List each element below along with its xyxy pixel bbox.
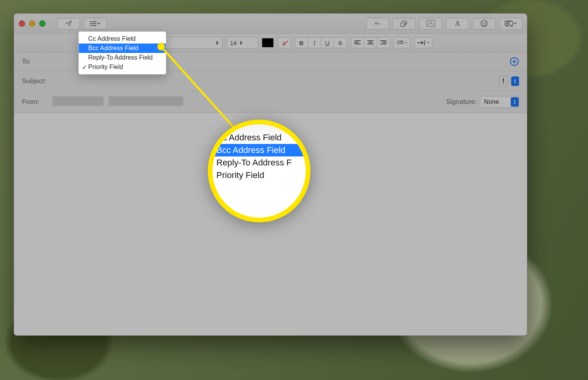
- titlebar: A: [14, 14, 527, 34]
- text-color-swatch[interactable]: [262, 38, 274, 47]
- text-style-group: B I U S: [295, 37, 347, 48]
- align-left-icon: [354, 40, 361, 45]
- chevron-down-icon: [426, 42, 430, 44]
- format-a-icon: A: [455, 20, 460, 28]
- indent-button[interactable]: [414, 37, 432, 48]
- paperplane-icon: [64, 20, 73, 27]
- dropdown-item-label: Reply-To Address Field: [88, 54, 153, 61]
- from-label: From:: [22, 98, 53, 106]
- bold-button[interactable]: B: [295, 37, 308, 48]
- bold-icon: B: [299, 40, 304, 46]
- reply-arrow-icon: [373, 20, 382, 27]
- photo-browser-button[interactable]: [499, 18, 522, 29]
- indent-icon: [417, 40, 425, 45]
- magnifier-item: Priority Field: [209, 169, 310, 182]
- svg-rect-1: [92, 21, 96, 22]
- window-minimize-button[interactable]: [29, 20, 35, 27]
- subject-label: Subject:: [22, 77, 53, 85]
- svg-point-4: [90, 25, 91, 26]
- from-value-redacted[interactable]: [53, 96, 183, 108]
- svg-rect-16: [399, 43, 403, 44]
- font-size-value: 14: [230, 40, 237, 46]
- strike-button[interactable]: S: [334, 37, 347, 48]
- annotation-dot: [157, 43, 165, 51]
- align-center-button[interactable]: [364, 37, 377, 48]
- window-close-button[interactable]: [19, 20, 25, 27]
- text-background-color-button[interactable]: a: [278, 37, 291, 48]
- send-button[interactable]: [57, 18, 80, 29]
- priority-indicator[interactable]: !: [499, 76, 508, 86]
- svg-point-13: [397, 41, 398, 42]
- window-zoom-button[interactable]: [39, 20, 45, 27]
- signature-select[interactable]: None ▲▼: [480, 96, 519, 108]
- signature-value: None: [484, 98, 511, 105]
- align-right-button[interactable]: [377, 37, 390, 48]
- svg-point-0: [90, 21, 91, 22]
- chevron-down-icon: [405, 42, 408, 44]
- desktop-background: A ▲▼ 14 ▲▼ a: [0, 0, 588, 380]
- svg-point-7: [481, 20, 488, 27]
- dropdown-item-cc[interactable]: Cc Address Field: [79, 34, 166, 44]
- list-icon: [90, 21, 97, 26]
- svg-point-2: [90, 23, 91, 24]
- stepper-icon: ▲▼: [215, 40, 219, 45]
- header-fields-dropdown: Cc Address Field Bcc Address Field Reply…: [78, 31, 166, 75]
- dropdown-item-bcc[interactable]: Bcc Address Field: [79, 44, 166, 53]
- paperclip-icon: [400, 20, 408, 27]
- signature-label: Signature:: [446, 98, 477, 106]
- checkmark-icon: ✓: [82, 64, 87, 71]
- svg-point-17: [397, 45, 398, 45]
- text-align-group: [351, 37, 390, 48]
- underline-icon: U: [325, 40, 330, 46]
- svg-rect-14: [399, 41, 403, 42]
- priority-stepper[interactable]: ▲▼: [511, 76, 519, 86]
- magnifier-item: Reply-To Address F: [209, 156, 310, 169]
- to-label: To:: [22, 58, 53, 65]
- subject-input[interactable]: [53, 77, 499, 85]
- reply-button[interactable]: [366, 18, 389, 29]
- emoji-button[interactable]: [473, 18, 495, 29]
- photos-icon: [505, 20, 513, 27]
- list-style-button[interactable]: [394, 37, 410, 48]
- dropdown-item-label: Bcc Address Field: [88, 45, 138, 52]
- svg-rect-3: [92, 23, 96, 24]
- italic-icon: I: [314, 40, 316, 46]
- svg-point-9: [485, 23, 486, 24]
- from-row: From: Signature: None ▲▼: [14, 91, 527, 113]
- dropdown-item-priority[interactable]: ✓ Priority Field: [79, 62, 166, 72]
- list-indent-group: [394, 37, 410, 48]
- smiley-icon: [480, 20, 488, 27]
- markup-button[interactable]: [419, 18, 442, 29]
- attach-button[interactable]: [393, 18, 416, 29]
- underline-button[interactable]: U: [321, 37, 334, 48]
- align-center-icon: [367, 40, 374, 45]
- dropdown-item-label: Priority Field: [88, 64, 123, 71]
- dropdown-item-label: Cc Address Field: [88, 35, 136, 42]
- dropdown-item-replyto[interactable]: Reply-To Address Field: [79, 53, 166, 62]
- svg-rect-5: [92, 25, 96, 26]
- add-recipient-button[interactable]: [510, 57, 519, 66]
- header-fields-button[interactable]: [84, 18, 107, 29]
- annotation-magnifier: Cc Address Field Bcc Address Field Reply…: [208, 120, 310, 222]
- text-bg-icon: a: [283, 40, 286, 46]
- markup-icon: [426, 20, 435, 27]
- bullet-list-icon: [397, 40, 403, 45]
- chevron-down-icon: [97, 22, 101, 25]
- font-size-select[interactable]: 14 ▲▼: [227, 37, 258, 49]
- chevron-down-icon: [513, 22, 517, 25]
- magnifier-item: Bcc Address Field: [209, 144, 310, 156]
- svg-point-8: [483, 23, 483, 24]
- svg-rect-6: [427, 20, 435, 27]
- align-left-button[interactable]: [351, 37, 364, 48]
- format-button[interactable]: A: [446, 18, 469, 29]
- svg-point-15: [397, 43, 398, 44]
- indent-group: [414, 37, 432, 48]
- align-right-icon: [380, 40, 387, 45]
- strike-icon: S: [338, 40, 342, 46]
- italic-button[interactable]: I: [308, 37, 321, 48]
- stepper-icon: ▲▼: [239, 40, 243, 45]
- stepper-icon: ▲▼: [511, 97, 519, 107]
